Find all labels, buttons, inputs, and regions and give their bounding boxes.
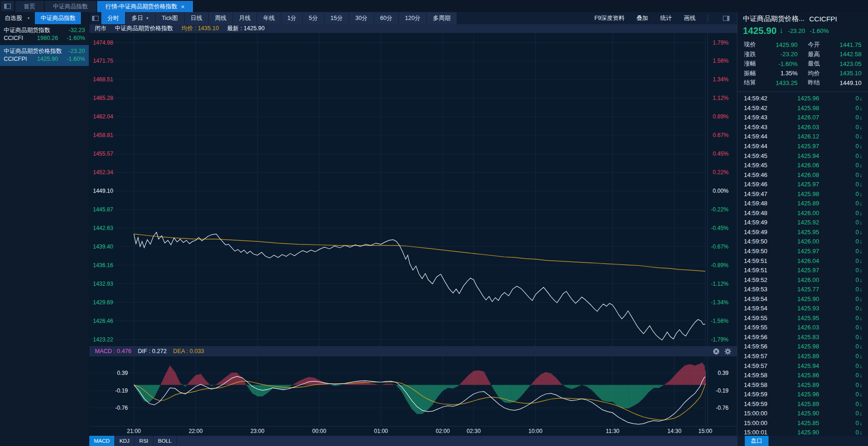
time-axis-label: 21:00 bbox=[127, 428, 141, 434]
tick-row[interactable]: 14:59:451425.940↓ bbox=[737, 151, 868, 161]
tick-volume: 0↓ bbox=[819, 248, 862, 255]
tick-row[interactable]: 14:59:511426.040↓ bbox=[737, 256, 868, 266]
period-button-120分[interactable]: 120分 bbox=[399, 12, 426, 24]
tick-row[interactable]: 14:59:431426.030↓ bbox=[737, 122, 868, 132]
quote-field-value: 1449.10 bbox=[828, 79, 862, 86]
toggle-right-panel-button[interactable] bbox=[720, 16, 732, 21]
toolbar-action-F9深度资料[interactable]: F9深度资料 bbox=[594, 14, 624, 22]
tick-row[interactable]: 15:00:011425.900↓ bbox=[737, 428, 868, 436]
period-button-分时[interactable]: 分时 bbox=[101, 12, 125, 24]
collapse-panel-button[interactable] bbox=[89, 12, 101, 24]
tick-row[interactable]: 14:59:531425.770↓ bbox=[737, 284, 868, 294]
period-button-label: 分时 bbox=[107, 14, 119, 22]
indicator-tab-RSI[interactable]: RSI bbox=[135, 436, 153, 446]
panel-right-icon bbox=[723, 16, 729, 21]
tick-row[interactable]: 14:59:561425.980↓ bbox=[737, 342, 868, 352]
quote-field-value: 1425.90 bbox=[763, 41, 798, 48]
tick-row[interactable]: 14:59:501425.970↓ bbox=[737, 246, 868, 256]
group-dropdown[interactable]: 自选股 ▼ bbox=[0, 12, 35, 24]
tick-volume: 0↓ bbox=[819, 362, 862, 369]
period-button-1分[interactable]: 1分 bbox=[281, 12, 302, 24]
toolbar-action-统计[interactable]: 统计 bbox=[660, 14, 672, 22]
down-arrow-icon: ↓ bbox=[860, 267, 863, 274]
tick-price: 1426.00 bbox=[780, 238, 819, 245]
tick-row[interactable]: 14:59:591425.960↓ bbox=[737, 389, 868, 399]
group-tab-active[interactable]: 中证商品指数 bbox=[35, 12, 81, 24]
tick-row[interactable]: 14:59:541425.900↓ bbox=[737, 294, 868, 304]
dea-readout: DEA : 0.033 bbox=[173, 348, 204, 354]
tick-row[interactable]: 14:59:541425.930↓ bbox=[737, 304, 868, 314]
tick-row[interactable]: 14:59:571425.890↓ bbox=[737, 351, 868, 361]
tick-row[interactable]: 14:59:421425.960↓ bbox=[737, 94, 868, 104]
tick-row[interactable]: 14:59:571425.940↓ bbox=[737, 361, 868, 371]
period-button-年线[interactable]: 年线 bbox=[257, 12, 281, 24]
period-button-周线[interactable]: 周线 bbox=[209, 12, 232, 24]
tick-by-tick-list[interactable]: 14:59:421425.960↓14:59:421425.980↓14:59:… bbox=[737, 92, 868, 436]
tab-pankou[interactable]: 盘口 bbox=[745, 436, 769, 446]
period-button-Tick图[interactable]: Tick图 bbox=[156, 12, 184, 24]
tick-row[interactable]: 14:59:581425.860↓ bbox=[737, 370, 868, 380]
tick-row[interactable]: 14:59:591425.890↓ bbox=[737, 399, 868, 409]
intraday-price-chart[interactable]: 1474.981.79%1471.751.56%1468.511.34%1465… bbox=[89, 33, 737, 346]
tick-row[interactable]: 14:59:521426.000↓ bbox=[737, 275, 868, 285]
close-indicator-icon[interactable] bbox=[713, 348, 720, 355]
period-button-60分[interactable]: 60分 bbox=[374, 12, 398, 24]
tick-time: 14:59:43 bbox=[744, 124, 780, 131]
tick-row[interactable]: 14:59:471425.980↓ bbox=[737, 189, 868, 199]
tick-row[interactable]: 14:59:481426.000↓ bbox=[737, 208, 868, 218]
tick-volume: 0↓ bbox=[819, 324, 862, 331]
tick-row[interactable]: 14:59:561425.830↓ bbox=[737, 332, 868, 342]
tick-volume: 0↓ bbox=[819, 95, 862, 102]
tick-row[interactable]: 14:59:421425.980↓ bbox=[737, 103, 868, 113]
tick-row[interactable]: 14:59:441425.970↓ bbox=[737, 141, 868, 151]
watchlist-item[interactable]: 中证商品期货价格指数-23.20CCICFPI1425.90-1.60% bbox=[0, 45, 89, 66]
indicator-tab-KDJ[interactable]: KDJ bbox=[115, 436, 135, 446]
period-button-月线[interactable]: 月线 bbox=[233, 12, 257, 24]
period-button-label: Tick图 bbox=[162, 14, 178, 22]
gear-icon[interactable] bbox=[724, 348, 731, 355]
tick-row[interactable]: 15:00:001425.900↓ bbox=[737, 409, 868, 419]
top-tab[interactable]: 首页 bbox=[15, 1, 44, 12]
quote-field-value: 1423.05 bbox=[828, 60, 862, 67]
price-axis-label: 1452.34 bbox=[93, 169, 113, 176]
tick-row[interactable]: 14:59:481425.890↓ bbox=[737, 199, 868, 209]
period-button-多周期[interactable]: 多周期 bbox=[427, 12, 457, 24]
price-chart-svg: 1474.981.79%1471.751.56%1468.511.34%1465… bbox=[89, 33, 737, 346]
period-button-日线[interactable]: 日线 bbox=[185, 12, 208, 24]
period-button-多日[interactable]: 多日▼ bbox=[126, 12, 155, 24]
sidebar-toggle-button[interactable] bbox=[1, 1, 14, 11]
macd-axis-label: 0.39 bbox=[117, 370, 128, 376]
tick-row[interactable]: 14:59:441426.120↓ bbox=[737, 132, 868, 142]
top-tab[interactable]: 行情-中证商品期货价格指数× bbox=[97, 1, 193, 12]
macd-chart[interactable]: 0.390.39-0.19-0.19-0.76-0.76 bbox=[89, 356, 737, 426]
down-arrow-icon: ↓ bbox=[860, 200, 863, 207]
tick-row[interactable]: 14:59:551425.950↓ bbox=[737, 313, 868, 323]
tick-row[interactable]: 14:59:491425.920↓ bbox=[737, 218, 868, 228]
tick-row[interactable]: 14:59:511425.970↓ bbox=[737, 265, 868, 275]
period-button-15分[interactable]: 15分 bbox=[325, 12, 349, 24]
indicator-tab-MACD[interactable]: MACD bbox=[89, 436, 115, 446]
period-button-30分[interactable]: 30分 bbox=[349, 12, 373, 24]
tick-row[interactable]: 15:00:001425.850↓ bbox=[737, 418, 868, 428]
tick-row[interactable]: 14:59:491425.950↓ bbox=[737, 227, 868, 237]
period-button-label: 多日 bbox=[132, 14, 143, 22]
tick-row[interactable]: 14:59:451426.060↓ bbox=[737, 160, 868, 170]
indicator-tab-BOLL[interactable]: BOLL bbox=[153, 436, 177, 446]
tick-volume: 0↓ bbox=[819, 114, 862, 121]
toolbar-actions: F9深度资料叠加统计画线 bbox=[594, 12, 737, 24]
down-arrow-icon: ↓ bbox=[860, 420, 863, 426]
tick-time: 14:59:52 bbox=[744, 276, 780, 283]
top-tab[interactable]: 中证商品指数 bbox=[45, 1, 96, 12]
close-icon[interactable]: × bbox=[181, 4, 185, 10]
watchlist-item[interactable]: 中证商品期货指数-32.23CCICFI1980.26-1.60% bbox=[0, 24, 89, 45]
tick-time: 14:59:57 bbox=[744, 353, 780, 360]
toolbar-action-画线[interactable]: 画线 bbox=[684, 14, 696, 22]
tick-row[interactable]: 14:59:461426.080↓ bbox=[737, 170, 868, 180]
tick-row[interactable]: 14:59:551426.030↓ bbox=[737, 323, 868, 333]
tick-row[interactable]: 14:59:461425.970↓ bbox=[737, 179, 868, 189]
tick-row[interactable]: 14:59:501426.000↓ bbox=[737, 237, 868, 247]
tick-row[interactable]: 14:59:431426.070↓ bbox=[737, 113, 868, 123]
tick-row[interactable]: 14:59:581425.890↓ bbox=[737, 380, 868, 390]
period-button-5分[interactable]: 5分 bbox=[303, 12, 324, 24]
toolbar-action-叠加[interactable]: 叠加 bbox=[636, 14, 648, 22]
